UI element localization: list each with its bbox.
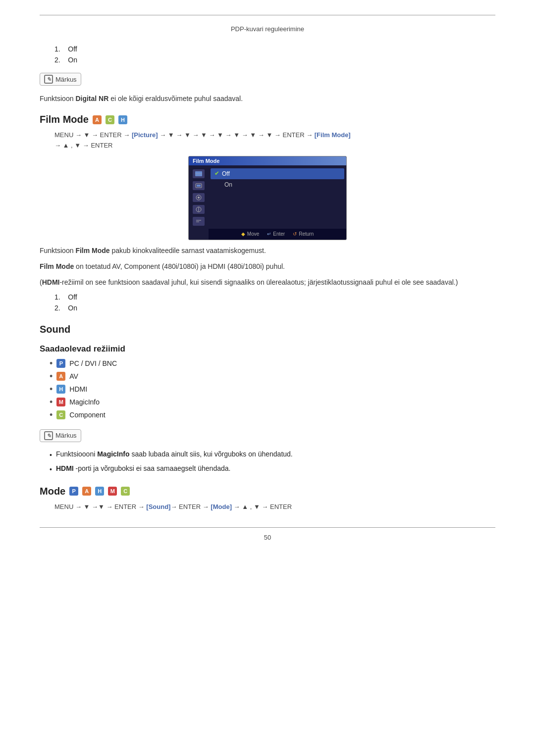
film-mode-option-on: On xyxy=(211,179,344,190)
digital-nr-note: Funktsioon Digital NR ei ole kõigi erald… xyxy=(40,94,495,104)
mode-badge-h: H xyxy=(95,487,104,496)
svg-rect-3 xyxy=(197,185,201,187)
footer-return: ↺ Return xyxy=(293,231,314,237)
svg-point-5 xyxy=(198,197,200,199)
mode-badge-a: A xyxy=(82,487,91,496)
bullet-hdmi: • H HDMI xyxy=(50,385,495,394)
footer-move: ◆ Move xyxy=(241,231,259,237)
bullet-component: • C Component xyxy=(50,410,495,419)
bullet-pc: • P PC / DVI / BNC xyxy=(50,359,495,368)
film-mode-desc2: Film Mode on toetatud AV, Component (480… xyxy=(40,261,495,272)
badge-h: H xyxy=(118,115,127,124)
sidebar-icon-4 xyxy=(193,205,205,214)
sound-note-1: • Funktsioooni MagicInfo saab lubada ain… xyxy=(50,449,495,460)
page-footer: 50 xyxy=(40,534,495,541)
sound-heading: Sound xyxy=(40,324,495,335)
badge-h-2: H xyxy=(56,385,65,394)
sidebar-icon-3 xyxy=(193,193,205,202)
film-mode-sidebar xyxy=(189,166,209,240)
markus-box-1: ✎ Märkus xyxy=(40,73,81,86)
markus-icon-2: ✎ xyxy=(44,431,53,440)
film-mode-menu: ✔ Off On xyxy=(209,166,346,228)
badge-c: C xyxy=(106,115,114,124)
markus-icon-1: ✎ xyxy=(44,75,53,84)
film-mode-footer: ◆ Move ↵ Enter ↺ Return xyxy=(209,229,346,240)
mode-badge-m: M xyxy=(108,487,117,496)
film-mode-desc3: (HDMI-režiimil on see funktsioon saadava… xyxy=(40,277,495,288)
bullet-magicinfo: • M MagicInfo xyxy=(50,398,495,406)
markus-box-2: ✎ Märkus xyxy=(40,429,81,442)
footer-enter: ↵ Enter xyxy=(267,231,285,237)
sidebar-icon-1 xyxy=(193,169,205,178)
digital-nr-item-1: 1. Off xyxy=(54,45,495,53)
film-mode-title-bar: Film Mode xyxy=(189,156,346,165)
film-mode-desc1: Funktsioon Film Mode pakub kinokvaliteed… xyxy=(40,245,495,256)
mode-badge-c: C xyxy=(121,487,130,496)
mode-menu-path: MENU → ▼ →▼ → ENTER → [Sound]→ ENTER → [… xyxy=(54,502,495,512)
page-container: PDP-kuvari reguleerimine 1. Off 2. On ✎ … xyxy=(0,0,535,756)
digital-nr-item-2: 2. On xyxy=(54,56,495,64)
film-mode-screen: Film Mode ✔ Off xyxy=(188,156,347,240)
page-header: PDP-kuvari reguleerimine xyxy=(40,25,495,33)
sidebar-icon-2 xyxy=(193,181,205,190)
sound-sub-heading: Saadaolevad režiimid xyxy=(40,344,495,354)
badge-c-2: C xyxy=(56,410,65,419)
sidebar-icon-5 xyxy=(193,217,205,226)
film-mode-option-off: ✔ Off xyxy=(211,168,344,179)
bullet-av: • A AV xyxy=(50,372,495,381)
film-mode-menu-path: MENU → ▼ → ENTER → [Picture] → ▼ → ▼ → ▼… xyxy=(54,130,495,151)
badge-p: P xyxy=(56,359,65,368)
mode-heading: Mode P A H M C xyxy=(40,486,495,497)
badge-m: M xyxy=(56,398,65,406)
badge-a-2: A xyxy=(56,372,65,381)
film-mode-item-2: 2. On xyxy=(54,304,495,312)
svg-rect-8 xyxy=(195,219,202,224)
badge-a: A xyxy=(93,115,102,124)
film-mode-heading: Film Mode A C H xyxy=(40,114,495,125)
top-border xyxy=(40,15,495,15)
film-mode-item-1: 1. Off xyxy=(54,293,495,301)
sound-note-2: • HDMI -porti ja võrguboksi ei saa samaa… xyxy=(50,463,495,475)
bottom-border xyxy=(40,527,495,528)
mode-badge-p: P xyxy=(69,487,78,496)
